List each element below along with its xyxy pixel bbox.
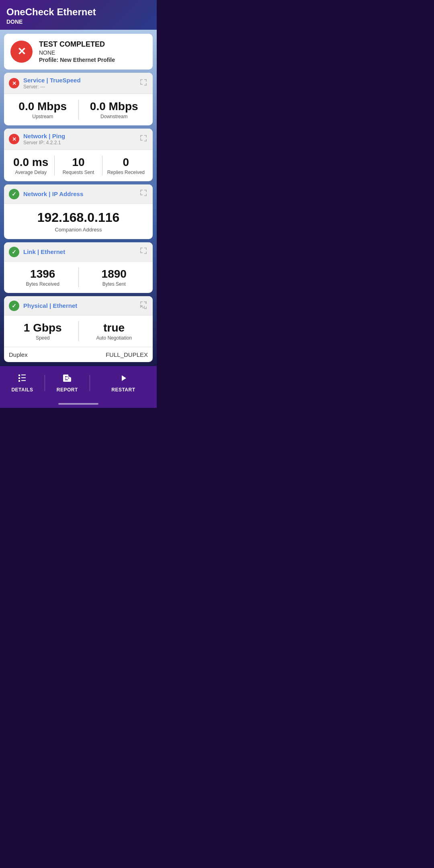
truespeed-subtitle: Server: --- xyxy=(23,84,81,90)
truespeed-body: 0.0 Mbps Upstream 0.0 Mbps Downstream xyxy=(4,94,153,125)
ping-requests-label: Requests Sent xyxy=(56,170,100,175)
physical-auto-neg: true Auto Negotiation xyxy=(80,321,148,341)
header-status: DONE xyxy=(6,18,150,25)
ip-address-body: 192.168.0.116 Companion Address xyxy=(4,204,153,239)
ping-subtitle: Server IP: 4.2.2.1 xyxy=(23,140,65,145)
ethernet-link-header-left: Link | Ethernet xyxy=(9,247,65,257)
ethernet-link-title: Link | Ethernet xyxy=(23,248,65,255)
physical-auto-neg-label: Auto Negotiation xyxy=(80,335,148,341)
truespeed-title-group: Service | TrueSpeed Server: --- xyxy=(23,77,81,90)
ip-address-value: 192.168.0.116 xyxy=(9,210,148,225)
ethernet-link-header: Link | Ethernet xyxy=(4,242,153,262)
test-completed-title: TEST COMPLETED xyxy=(39,40,115,49)
physical-ethernet-card: Physical | Ethernet 1 Gbps Speed true Au… xyxy=(4,296,153,362)
physical-ethernet-header: Physical | Ethernet xyxy=(4,296,153,315)
ping-body: 0.0 ms Average Delay 10 Requests Sent 0 … xyxy=(4,150,153,181)
truespeed-expand-icon[interactable] xyxy=(139,78,148,89)
physical-ethernet-status-icon xyxy=(9,301,19,311)
ethernet-link-status-icon xyxy=(9,247,19,257)
ping-avg-delay: 0.0 ms Average Delay xyxy=(9,156,53,175)
ip-address-expand-icon[interactable] xyxy=(139,188,148,199)
ping-divider1 xyxy=(54,156,55,176)
truespeed-header-left: Service | TrueSpeed Server: --- xyxy=(9,77,81,90)
ethernet-link-divider xyxy=(78,267,79,287)
ip-address-title: Network | IP Address xyxy=(23,190,83,197)
physical-ethernet-expand-icon[interactable] xyxy=(139,300,148,311)
ping-title: Network | Ping xyxy=(23,133,65,139)
home-indicator xyxy=(0,400,157,408)
restart-label: RESTART xyxy=(111,387,135,393)
restart-nav-item[interactable]: RESTART xyxy=(90,370,157,396)
ip-address-label: Companion Address xyxy=(9,227,148,233)
physical-ethernet-body: 1 Gbps Speed true Auto Negotiation xyxy=(4,315,153,347)
ping-divider2 xyxy=(102,156,102,176)
ethernet-bytes-sent-label: Bytes Sent xyxy=(80,281,148,287)
ping-requests: 10 Requests Sent xyxy=(56,156,100,175)
truespeed-status-icon xyxy=(9,78,19,88)
truespeed-upstream-value: 0.0 Mbps xyxy=(9,100,77,113)
physical-ethernet-divider xyxy=(78,321,79,341)
ping-title-group: Network | Ping Server IP: 4.2.2.1 xyxy=(23,133,65,145)
ping-requests-value: 10 xyxy=(56,156,100,169)
ping-header-left: Network | Ping Server IP: 4.2.2.1 xyxy=(9,133,65,145)
duplex-label: Duplex xyxy=(9,351,28,358)
ethernet-bytes-received: 1396 Bytes Received xyxy=(9,268,77,287)
physical-ethernet-title-group: Physical | Ethernet xyxy=(23,302,77,309)
header: OneCheck Ethernet DONE xyxy=(0,0,157,30)
ethernet-link-card: Link | Ethernet 1396 Bytes Received 1890… xyxy=(4,242,153,293)
ping-avg-delay-label: Average Delay xyxy=(9,170,53,175)
ethernet-bytes-received-label: Bytes Received xyxy=(9,281,77,287)
report-label: REPORT xyxy=(57,387,78,393)
ping-replies-value: 0 xyxy=(104,156,148,169)
truespeed-title: Service | TrueSpeed xyxy=(23,77,81,84)
truespeed-downstream-label: Downstream xyxy=(80,114,148,119)
test-completed-profile: Profile: New Ethernet Profile xyxy=(39,57,115,63)
ping-replies-label: Replies Received xyxy=(104,170,148,175)
app-title: OneCheck Ethernet xyxy=(6,6,150,18)
test-completed-card: TEST COMPLETED NONE Profile: New Etherne… xyxy=(4,34,153,70)
truespeed-divider xyxy=(78,100,79,120)
report-icon xyxy=(62,373,72,385)
test-completed-text: TEST COMPLETED NONE Profile: New Etherne… xyxy=(39,40,115,63)
ip-address-status-icon xyxy=(9,189,19,199)
ethernet-link-expand-icon[interactable] xyxy=(139,246,148,257)
duplex-value: FULL_DUPLEX xyxy=(106,351,148,358)
physical-ethernet-title: Physical | Ethernet xyxy=(23,302,77,309)
physical-ethernet-header-left: Physical | Ethernet xyxy=(9,301,77,311)
ip-address-header: Network | IP Address xyxy=(4,184,153,204)
report-nav-item[interactable]: REPORT xyxy=(45,370,90,396)
ethernet-bytes-received-value: 1396 xyxy=(9,268,77,280)
truespeed-card: Service | TrueSpeed Server: --- 0.0 Mbps… xyxy=(4,73,153,125)
truespeed-downstream-value: 0.0 Mbps xyxy=(80,100,148,113)
details-label: DETAILS xyxy=(11,387,33,393)
physical-auto-neg-value: true xyxy=(80,321,148,334)
bottom-nav: DETAILS REPORT RESTART xyxy=(0,366,157,400)
duplex-row: Duplex FULL_DUPLEX xyxy=(4,347,153,362)
ip-address-card: Network | IP Address 192.168.0.116 Compa… xyxy=(4,184,153,239)
truespeed-upstream-label: Upstream xyxy=(9,114,77,119)
ping-status-icon xyxy=(9,134,19,144)
ping-header: Network | Ping Server IP: 4.2.2.1 xyxy=(4,129,153,150)
physical-speed-label: Speed xyxy=(9,335,77,341)
ethernet-bytes-sent-value: 1890 xyxy=(80,268,148,280)
physical-speed: 1 Gbps Speed xyxy=(9,321,77,341)
truespeed-downstream: 0.0 Mbps Downstream xyxy=(80,100,148,119)
profile-value: New Ethernet Profile xyxy=(60,57,115,63)
profile-label: Profile: xyxy=(39,57,58,63)
truespeed-upstream: 0.0 Mbps Upstream xyxy=(9,100,77,119)
details-nav-item[interactable]: DETAILS xyxy=(0,370,45,396)
restart-icon xyxy=(119,373,128,385)
main-content: TEST COMPLETED NONE Profile: New Etherne… xyxy=(0,30,157,366)
ping-replies: 0 Replies Received xyxy=(104,156,148,175)
ping-expand-icon[interactable] xyxy=(139,134,148,145)
ip-address-header-left: Network | IP Address xyxy=(9,189,83,199)
ping-card: Network | Ping Server IP: 4.2.2.1 0.0 ms… xyxy=(4,129,153,181)
ethernet-bytes-sent: 1890 Bytes Sent xyxy=(80,268,148,287)
home-indicator-bar xyxy=(58,403,98,405)
ip-address-title-group: Network | IP Address xyxy=(23,190,83,197)
test-completed-status: NONE xyxy=(39,49,115,56)
physical-speed-value: 1 Gbps xyxy=(9,321,77,334)
test-error-icon xyxy=(10,41,33,63)
ethernet-link-title-group: Link | Ethernet xyxy=(23,248,65,255)
truespeed-header: Service | TrueSpeed Server: --- xyxy=(4,73,153,94)
